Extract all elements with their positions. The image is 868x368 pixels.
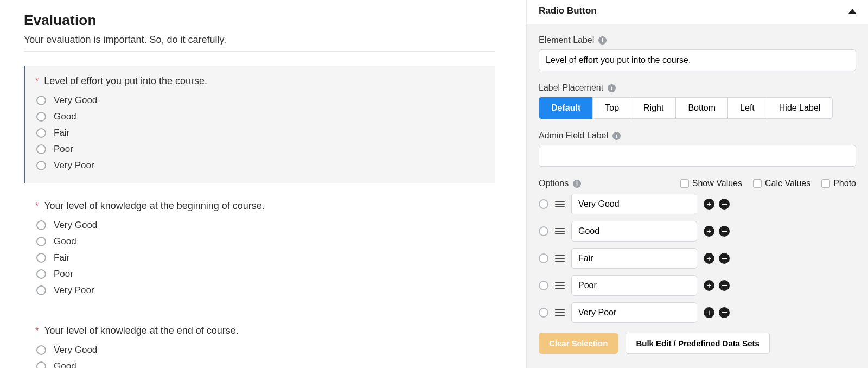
- label-placement-top[interactable]: Top: [592, 97, 631, 119]
- radio-icon: [36, 345, 46, 355]
- drag-handle-icon[interactable]: [555, 228, 565, 234]
- radio-icon: [36, 269, 46, 279]
- element-label-label: Element Label: [539, 35, 594, 45]
- radio-option-label: Very Poor: [54, 160, 94, 171]
- option-text-input[interactable]: [571, 194, 697, 214]
- option-radio-icon[interactable]: [539, 253, 548, 263]
- show-values-label: Show Values: [692, 179, 742, 188]
- required-asterisk: *: [35, 325, 39, 337]
- option-text-input[interactable]: [571, 275, 697, 296]
- radio-icon: [36, 253, 46, 263]
- add-option-button[interactable]: +: [704, 226, 714, 237]
- radio-option-label: Fair: [54, 252, 69, 263]
- radio-icon: [36, 128, 46, 138]
- option-radio-icon[interactable]: [539, 308, 548, 318]
- add-option-button[interactable]: +: [704, 199, 714, 210]
- radio-option[interactable]: Very Good: [36, 220, 487, 231]
- radio-option[interactable]: Good: [36, 361, 487, 368]
- panel-title: Radio Button: [539, 5, 597, 16]
- admin-field-label-label: Admin Field Label: [539, 131, 608, 141]
- radio-option-label: Good: [54, 361, 76, 368]
- radio-option[interactable]: Poor: [36, 144, 487, 155]
- question-block[interactable]: *Level of effort you put into the course…: [24, 66, 495, 183]
- element-label-input[interactable]: [539, 49, 856, 71]
- radio-icon: [36, 161, 46, 170]
- option-row: +: [539, 302, 856, 323]
- divider: [24, 51, 495, 52]
- question-block[interactable]: *Your level of knowledge at the end of c…: [24, 315, 495, 368]
- form-preview: Evaluation Your evaluation is important.…: [0, 0, 526, 368]
- remove-option-button[interactable]: [719, 226, 730, 237]
- info-icon[interactable]: i: [608, 84, 616, 92]
- add-option-button[interactable]: +: [704, 253, 714, 264]
- label-placement-bottom[interactable]: Bottom: [675, 97, 728, 119]
- show-values-checkbox[interactable]: Show Values: [680, 179, 742, 188]
- form-description: Your evaluation is important. So, do it …: [24, 34, 495, 46]
- radio-option[interactable]: Fair: [36, 252, 487, 263]
- remove-option-button[interactable]: [719, 253, 730, 264]
- info-icon[interactable]: i: [573, 180, 581, 188]
- label-placement-left[interactable]: Left: [727, 97, 767, 119]
- remove-option-button[interactable]: [719, 307, 730, 318]
- radio-option-label: Poor: [54, 269, 73, 280]
- option-radio-icon[interactable]: [539, 199, 548, 209]
- radio-option[interactable]: Good: [36, 111, 487, 122]
- option-text-input[interactable]: [571, 221, 697, 242]
- add-option-button[interactable]: +: [704, 280, 714, 291]
- calc-values-checkbox[interactable]: Calc Values: [753, 179, 810, 188]
- question-label: Your level of knowledge at the end of co…: [44, 325, 239, 337]
- remove-option-button[interactable]: [719, 199, 730, 210]
- radio-icon: [36, 361, 46, 368]
- option-radio-icon[interactable]: [539, 226, 548, 236]
- option-row: +: [539, 221, 856, 242]
- radio-option-label: Poor: [54, 144, 73, 155]
- question-label: Level of effort you put into the course.: [44, 75, 207, 87]
- radio-option-label: Fair: [54, 128, 69, 138]
- radio-option[interactable]: Very Good: [36, 345, 487, 356]
- radio-option-label: Good: [54, 111, 76, 122]
- panel-header[interactable]: Radio Button: [527, 0, 868, 24]
- option-row: +: [539, 194, 856, 214]
- add-option-button[interactable]: +: [704, 307, 714, 318]
- radio-icon: [36, 285, 46, 295]
- label-placement-label: Label Placement: [539, 83, 603, 93]
- calc-values-label: Calc Values: [765, 179, 810, 188]
- info-icon[interactable]: i: [598, 36, 607, 45]
- radio-option[interactable]: Good: [36, 236, 487, 247]
- label-placement-group: DefaultTopRightBottomLeftHide Label: [539, 97, 856, 119]
- option-text-input[interactable]: [571, 248, 697, 269]
- chevron-up-icon[interactable]: [848, 9, 856, 14]
- label-placement-hide-label[interactable]: Hide Label: [767, 97, 833, 119]
- options-label: Options: [539, 179, 569, 188]
- info-icon[interactable]: i: [612, 132, 621, 140]
- radio-option-label: Very Good: [54, 345, 97, 356]
- radio-option[interactable]: Very Poor: [36, 160, 487, 171]
- drag-handle-icon[interactable]: [555, 201, 565, 207]
- admin-field-label-input[interactable]: [539, 145, 856, 167]
- drag-handle-icon[interactable]: [555, 282, 565, 289]
- option-text-input[interactable]: [571, 302, 697, 323]
- remove-option-button[interactable]: [719, 280, 730, 291]
- label-placement-default[interactable]: Default: [539, 97, 593, 119]
- option-radio-icon[interactable]: [539, 281, 548, 290]
- photo-checkbox[interactable]: Photo: [821, 179, 856, 188]
- bulk-edit-button[interactable]: Bulk Edit / Predefined Data Sets: [626, 333, 770, 354]
- radio-icon: [36, 112, 46, 122]
- required-asterisk: *: [35, 200, 39, 212]
- radio-option[interactable]: Very Poor: [36, 285, 487, 296]
- radio-option[interactable]: Fair: [36, 128, 487, 138]
- photo-label: Photo: [833, 179, 856, 188]
- required-asterisk: *: [35, 75, 39, 87]
- option-row: +: [539, 248, 856, 269]
- label-placement-right[interactable]: Right: [631, 97, 676, 119]
- radio-option[interactable]: Very Good: [36, 95, 487, 106]
- clear-selection-button[interactable]: Clear Selection: [539, 333, 618, 354]
- option-row: +: [539, 275, 856, 296]
- question-label: Your level of knowledge at the beginning…: [44, 200, 265, 212]
- drag-handle-icon[interactable]: [555, 255, 565, 262]
- radio-icon: [36, 237, 46, 246]
- question-block[interactable]: *Your level of knowledge at the beginnin…: [24, 191, 495, 308]
- form-title: Evaluation: [24, 12, 495, 29]
- radio-option[interactable]: Poor: [36, 269, 487, 280]
- drag-handle-icon[interactable]: [555, 309, 565, 316]
